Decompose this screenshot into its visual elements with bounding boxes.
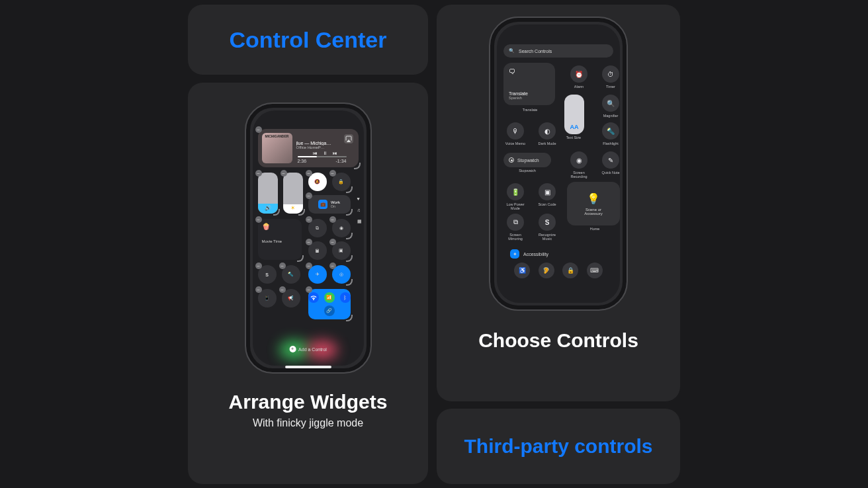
airdrop-toggle[interactable]: – ◎ <box>332 265 351 284</box>
remove-badge[interactable]: – <box>281 170 287 177</box>
text-size-tile[interactable]: AA <box>564 95 584 134</box>
screen-mirroring-toggle[interactable]: – ⧉ <box>308 219 327 237</box>
add-control-button[interactable]: + Add a Control <box>289 346 327 352</box>
scan-code-control[interactable]: ▣Scan Code <box>533 183 562 206</box>
wifi-icon[interactable] <box>308 292 319 303</box>
remove-badge[interactable]: – <box>279 286 286 293</box>
resize-handle[interactable] <box>273 209 280 216</box>
brightness-slider[interactable]: – ☀ <box>283 173 303 214</box>
timer-control[interactable]: ⏱Timer <box>596 65 620 89</box>
search-controls-field[interactable]: 🔍 Search Controls <box>503 44 613 58</box>
screen-recording-control[interactable]: ◉Screen Recording <box>564 151 593 179</box>
screen-record-toggle[interactable]: – ◉ <box>332 219 351 237</box>
resize-handle[interactable] <box>346 186 353 193</box>
plus-icon: + <box>289 346 296 352</box>
shazam-toggle[interactable]: – S <box>258 265 277 284</box>
scene-tile[interactable]: 💡 Scene or Accessory <box>567 182 620 225</box>
stopwatch-caption: Stopwatch <box>513 169 542 173</box>
resize-handle[interactable] <box>346 315 353 321</box>
prev-icon[interactable]: ⏮ <box>313 151 318 155</box>
stopwatch-icon <box>509 157 514 163</box>
airdrop-icon: ◎ <box>339 272 343 277</box>
remove-badge[interactable]: – <box>329 170 336 177</box>
remove-badge[interactable]: – <box>306 170 312 177</box>
remove-badge[interactable]: – <box>255 216 262 223</box>
calculator-toggle[interactable]: – 🖩 <box>308 241 327 260</box>
screen-mirroring-control[interactable]: ⧉Screen Mirroring <box>501 214 530 241</box>
remove-badge[interactable]: – <box>255 126 262 133</box>
remove-badge[interactable]: – <box>306 286 312 293</box>
low-power-control[interactable]: 🔋Low Power Mode <box>501 183 530 210</box>
remove-badge[interactable]: – <box>306 239 312 245</box>
mirroring-icon: ⧉ <box>316 225 319 231</box>
guided-access-icon[interactable]: 🔒 <box>562 263 578 278</box>
remove-badge[interactable]: – <box>306 192 312 199</box>
resize-handle[interactable] <box>346 209 353 216</box>
track-subtitle: Office HomeP… <box>296 145 355 149</box>
remove-badge[interactable]: – <box>329 239 336 245</box>
next-icon[interactable]: ⏭ <box>333 151 337 155</box>
airplane-toggle[interactable]: – ✈ <box>308 265 327 284</box>
widget-grid: – 🔊 – ☀ – 🔕 – 🔒 <box>258 173 359 339</box>
third-party-title: Third-party controls <box>464 435 652 458</box>
home-indicator[interactable] <box>285 366 331 368</box>
dark-mode-icon: ◐ <box>539 122 556 140</box>
resize-handle[interactable] <box>346 279 353 286</box>
translate-tile[interactable]: 🗨 TranslateSpanish <box>503 63 555 105</box>
remove-badge[interactable]: – <box>306 216 312 223</box>
resize-handle[interactable] <box>346 233 353 239</box>
voice-memo-control[interactable]: 🎙Voice Memo <box>501 122 530 145</box>
bluetooth-icon[interactable]: ᛒ <box>340 292 351 303</box>
text-size-label: Text Size <box>559 136 588 140</box>
focus-work-widget[interactable]: – 💼 WorkOn <box>308 195 351 214</box>
keyboard-icon[interactable]: ⌨ <box>587 263 603 278</box>
search-placeholder: Search Controls <box>519 49 552 54</box>
resize-handle[interactable] <box>354 163 361 169</box>
flashlight-control[interactable]: 🔦Flashlight <box>596 122 620 145</box>
movie-time-widget[interactable]: – 🍿 Movie Time <box>258 219 302 260</box>
section-accessibility: ✦ Accessibility <box>510 249 548 259</box>
announce-toggle[interactable]: – 📢 <box>282 289 300 307</box>
remove-badge[interactable]: – <box>255 263 262 269</box>
control-center-title: Control Center <box>230 27 387 53</box>
resize-handle[interactable] <box>346 255 353 262</box>
remove-badge[interactable]: – <box>329 263 336 269</box>
home-caption: Home <box>580 227 609 231</box>
rotation-lock-toggle[interactable]: – 🔒 <box>332 173 351 191</box>
megaphone-icon: 📢 <box>288 296 294 301</box>
qr-toggle[interactable]: – ▣ <box>332 241 351 260</box>
remove-badge[interactable]: – <box>306 263 312 269</box>
remove-badge[interactable]: – <box>279 263 286 269</box>
pause-icon[interactable]: ⏸ <box>323 151 327 155</box>
volume-slider[interactable]: – 🔊 <box>258 173 278 214</box>
resize-handle[interactable] <box>297 255 304 262</box>
card-control-center: Control Center <box>188 5 428 75</box>
flashlight-toggle[interactable]: – 🔦 <box>282 265 300 284</box>
alarm-control[interactable]: ⏰Alarm <box>564 65 593 89</box>
remove-badge[interactable]: – <box>255 286 262 293</box>
connectivity-widget[interactable]: – 📶 ᛒ 🔗 <box>308 289 351 319</box>
remove-badge[interactable]: – <box>329 216 336 223</box>
recognize-music-control[interactable]: SRecognize Music <box>533 214 562 241</box>
progress[interactable]: 2:36-1:34 <box>298 156 347 163</box>
link-icon[interactable]: 🔗 <box>324 305 335 316</box>
hearing-icon[interactable]: 🦻 <box>539 263 554 278</box>
quick-note-control[interactable]: ✎Quick Note <box>596 151 620 175</box>
stopwatch-pill[interactable]: Stopwatch <box>503 153 551 167</box>
remove-badge[interactable]: – <box>255 170 262 177</box>
mirroring-icon: ⧉ <box>507 214 524 231</box>
dark-mode-control[interactable]: ◐Dark Mode <box>533 122 562 145</box>
cellular-icon[interactable]: 📶 <box>324 292 335 303</box>
magnifier-control[interactable]: 🔍Magnifier <box>596 95 620 118</box>
iphone-frame-right: 🔍 Search Controls 🗨 TranslateSpanish Tra… <box>489 17 628 311</box>
remote-toggle[interactable]: – 📱 <box>258 289 277 307</box>
resize-handle[interactable] <box>298 209 305 216</box>
accessibility-shortcut-icon[interactable]: ♿ <box>514 263 530 278</box>
add-control-label: Add a Control <box>298 347 327 352</box>
popcorn-icon: 🍿 <box>262 223 270 230</box>
mute-toggle[interactable]: – 🔕 <box>308 173 327 191</box>
shazam-icon: S <box>539 214 556 231</box>
now-playing-widget[interactable]: – MICHIGANDER jlue — Michiga… Office Hom… <box>258 129 359 167</box>
airplay-icon[interactable] <box>344 134 353 143</box>
sun-icon: ☀ <box>290 205 295 211</box>
